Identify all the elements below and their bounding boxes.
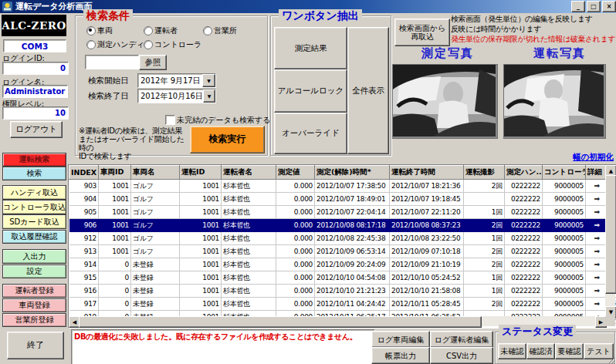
- table-row[interactable]: 9140未登録1001杉本哲也0.0002012/10/09 20:24:092…: [69, 258, 616, 271]
- cell-index: 917: [69, 298, 99, 311]
- radio-vehicle-label[interactable]: 車両: [97, 25, 113, 36]
- close-button[interactable]: ×: [602, 1, 616, 12]
- radio-driver-label[interactable]: 運転者: [154, 25, 178, 36]
- radio-office-label[interactable]: 営業所: [214, 25, 237, 36]
- exit-button[interactable]: 終了: [7, 332, 64, 359]
- incomplete-checkbox[interactable]: [165, 115, 175, 125]
- cell-end_time: 2012/10/08 08:37:23: [390, 219, 464, 232]
- cell-driver_name: 杉本哲也: [222, 298, 276, 311]
- status-message: DBの最適化に失敗しました。既に存在するファイルを作成することはできません。: [74, 332, 357, 341]
- csv-output-button[interactable]: CSV出力: [430, 347, 493, 364]
- cell-driver_name: 杉本哲也: [222, 232, 276, 245]
- search-end-dropdown[interactable]: 2012年10月16日 ▼: [137, 89, 216, 103]
- radio-handy[interactable]: [86, 40, 96, 49]
- table-row[interactable]: 9061001ゴルフ1001杉本哲也0.0002012/10/08 08:17:…: [69, 219, 616, 232]
- cell-handy: 0222222: [505, 245, 543, 258]
- table-row[interactable]: 9150未登録1001杉本哲也0.0002012/10/10 04:54:082…: [69, 271, 616, 285]
- cell-index: 904: [69, 193, 99, 206]
- nav-settings-button[interactable]: 設定: [2, 265, 66, 278]
- radio-controller[interactable]: [144, 40, 153, 49]
- cell-driver_id: 1001: [180, 271, 222, 285]
- nav-vehicle-register-button[interactable]: 車両登録: [2, 298, 66, 312]
- nav-office-register-button[interactable]: 営業所登録: [2, 313, 66, 327]
- show-all-button[interactable]: 全件表示: [347, 27, 389, 154]
- search-start-dropdown[interactable]: 2012年 9月17日 ▼: [137, 73, 216, 88]
- one-button-extract-title: ワンボタン抽出: [279, 9, 362, 23]
- nav-search-button[interactable]: 検索: [2, 167, 66, 180]
- cell-handy: 0222222: [505, 285, 543, 298]
- login-id-field[interactable]: 0: [2, 62, 69, 75]
- minimize-button[interactable]: _: [571, 1, 585, 12]
- override-button[interactable]: オーバーライド: [274, 113, 347, 154]
- search-execute-button[interactable]: 検索実行: [190, 126, 265, 153]
- maximize-button[interactable]: □: [587, 1, 601, 12]
- table-row[interactable]: 9121001ゴルフ1001杉本哲也0.0002012/10/08 22:45:…: [69, 232, 616, 245]
- table-row[interactable]: 9051001ゴルフ1001杉本哲也0.0002012/10/07 22:04:…: [69, 206, 616, 219]
- log-vehicle-edit-button[interactable]: ログ車両編集: [371, 331, 430, 348]
- column-header-value[interactable]: 測定値: [276, 166, 315, 180]
- table-row[interactable]: 9131001ゴルフ1001杉本哲也0.0002012/10/09 06:53:…: [69, 245, 616, 258]
- measure-result-button[interactable]: 測定結果: [274, 27, 347, 69]
- horizontal-scroll-thumb[interactable]: [79, 316, 482, 328]
- status-needs-check-button[interactable]: 要確認: [555, 343, 584, 359]
- com-port-value: COM3: [22, 42, 48, 51]
- radio-controller-label[interactable]: コントローラ: [154, 39, 201, 50]
- radio-office[interactable]: [203, 26, 212, 35]
- nav-handy-import-button[interactable]: ハンディ取込: [2, 185, 66, 200]
- nav-import-history-button[interactable]: 取込履歴確認: [2, 230, 66, 244]
- column-header-measure_time[interactable]: 測定(解除)時間*: [315, 166, 390, 180]
- cell-value: 0.000: [276, 193, 315, 206]
- cell-driver_name: 杉本哲也: [222, 180, 276, 193]
- report-output-button[interactable]: 帳票出力: [371, 347, 430, 364]
- cell-controller: 9000005: [543, 245, 586, 258]
- table-row[interactable]: 9031001ゴルフ1001杉本哲也0.0002012/10/07 17:38:…: [69, 180, 616, 193]
- chevron-down-icon[interactable]: ▼: [203, 89, 215, 103]
- chevron-down-icon[interactable]: ▼: [202, 74, 215, 87]
- radio-handy-label[interactable]: 測定ハンディ: [97, 39, 144, 50]
- cell-handy: 0222222: [505, 193, 543, 206]
- nav-sdcard-import-button[interactable]: SDカード取込: [2, 214, 66, 229]
- vertical-scrollbar[interactable]: ▲ ▼: [605, 165, 615, 316]
- browse-button[interactable]: 参照: [139, 55, 167, 70]
- table-row[interactable]: 9160未登録1001杉本哲也0.0002012/10/10 21:21:232…: [69, 285, 616, 298]
- brand-logo: ALC-ZERO: [2, 15, 66, 36]
- column-header-driver_id[interactable]: 運転ID: [180, 166, 222, 180]
- incomplete-checkbox-label[interactable]: 未完結のデータも検索する: [177, 115, 270, 126]
- column-header-end_time[interactable]: 運転終了時間: [390, 166, 464, 180]
- search-keyword-input[interactable]: [85, 55, 139, 69]
- drive-photo: [503, 64, 606, 139]
- column-header-shots[interactable]: 運転撮影: [464, 166, 505, 180]
- nav-controller-import-button[interactable]: コントローラ取込: [2, 200, 66, 214]
- alcohol-lock-button[interactable]: アルコールロック: [274, 69, 347, 113]
- resize-grip[interactable]: [608, 356, 616, 364]
- cell-vehicle_id: 1001: [99, 193, 131, 206]
- column-header-controller[interactable]: コントローラ..: [543, 166, 586, 180]
- column-header-driver_name[interactable]: 運転者名: [222, 166, 276, 180]
- reimport-button-line1: 検索画面から: [399, 24, 445, 32]
- radio-driver[interactable]: [144, 26, 153, 35]
- radio-vehicle[interactable]: [86, 26, 96, 35]
- vertical-scroll-thumb[interactable]: [605, 175, 616, 294]
- status-confirmed-button[interactable]: 確認済: [526, 343, 555, 359]
- status-unconfirmed-button[interactable]: 未確認: [498, 343, 526, 359]
- cell-vehicle_id: 0: [99, 298, 131, 311]
- cell-handy: 0222222: [505, 180, 543, 193]
- table-row[interactable]: 9041001ゴルフ1001杉本哲也0.0002012/10/07 18:49:…: [69, 193, 616, 206]
- measure-photo-label: 測定写真: [409, 46, 486, 61]
- nav-drive-search-button[interactable]: 運転検索: [2, 153, 66, 167]
- column-header-handy[interactable]: 測定ハン..: [505, 166, 543, 180]
- cell-vehicle_id: 0: [99, 258, 131, 271]
- logout-button[interactable]: ログアウト: [10, 121, 63, 138]
- log-driver-edit-button[interactable]: ログ運転者編集: [430, 331, 493, 348]
- column-width-reset-link[interactable]: 幅の初期化: [540, 152, 614, 163]
- table-row[interactable]: 9170未登録1001杉本哲也0.0002012/10/11 04:24:422…: [69, 298, 616, 311]
- reimport-button[interactable]: 検索画面から 再取込: [394, 19, 450, 46]
- cell-handy: 0222222: [505, 206, 543, 219]
- nav-driver-register-button[interactable]: 運転者登録: [2, 284, 66, 298]
- nav-io-button[interactable]: 入出力: [2, 249, 66, 264]
- column-header-vehicle_id[interactable]: 車両ID: [99, 166, 131, 180]
- sidebar: ALC-ZERO COM3 ログインID: 0 ログイン名: Administr…: [0, 13, 68, 364]
- cell-vehicle_name: ゴルフ: [131, 219, 180, 232]
- column-header-vehicle_name[interactable]: 車両名: [131, 166, 180, 180]
- column-header-index[interactable]: INDEX: [69, 166, 99, 180]
